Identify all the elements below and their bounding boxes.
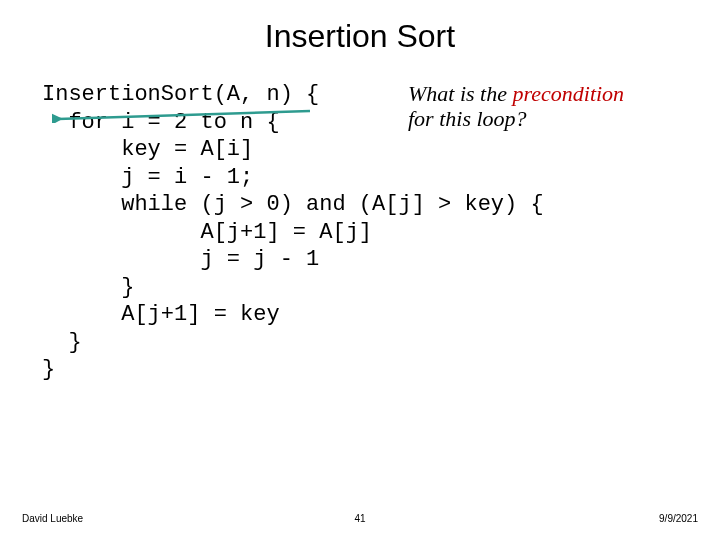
footer-page-number: 41: [354, 513, 365, 524]
code-line-10: }: [42, 330, 82, 355]
annotation-line-1-pre: What is the: [408, 81, 513, 106]
annotation-highlight: precondition: [513, 81, 625, 106]
code-line-9: A[j+1] = key: [42, 302, 280, 327]
code-line-4: j = i - 1;: [42, 165, 253, 190]
code-line-1: InsertionSort(A, n) {: [42, 82, 319, 107]
annotation-line-2: for this loop?: [408, 106, 708, 131]
code-line-2: for i = 2 to n {: [42, 110, 280, 135]
slide-title: Insertion Sort: [0, 0, 720, 55]
code-line-8: }: [42, 275, 134, 300]
footer-author: David Luebke: [22, 513, 83, 524]
footer-date: 9/9/2021: [659, 513, 698, 524]
code-line-5: while (j > 0) and (A[j] > key) {: [42, 192, 544, 217]
slide: Insertion Sort InsertionSort(A, n) { for…: [0, 0, 720, 540]
annotation-line-1: What is the precondition: [408, 81, 708, 106]
code-line-11: }: [42, 357, 55, 382]
annotation: What is the precondition for this loop?: [408, 81, 708, 132]
slide-body: InsertionSort(A, n) { for i = 2 to n { k…: [0, 81, 720, 384]
code-line-7: j = j - 1: [42, 247, 319, 272]
code-line-3: key = A[i]: [42, 137, 253, 162]
code-line-6: A[j+1] = A[j]: [42, 220, 372, 245]
